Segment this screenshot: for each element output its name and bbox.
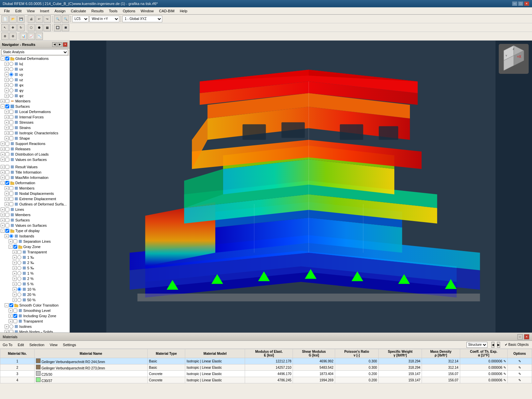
tb3-5[interactable]: 📉 xyxy=(36,33,43,40)
menu-item-tools[interactable]: Tools xyxy=(106,8,120,14)
tree-expand-btn[interactable]: + xyxy=(9,309,13,313)
menu-item-results[interactable]: Results xyxy=(89,8,106,14)
tree-checkbox[interactable] xyxy=(5,147,9,151)
bottom-minimize-btn[interactable]: ─ xyxy=(517,334,523,339)
undo-btn[interactable]: ↩ xyxy=(36,15,43,23)
tree-item[interactable]: +Smoothing Level xyxy=(0,308,69,313)
tree-item[interactable]: +Isolines xyxy=(0,324,69,329)
tree-expand-btn[interactable]: − xyxy=(1,229,5,233)
tree-item[interactable]: +Releases xyxy=(0,146,69,152)
tree-checkbox[interactable] xyxy=(5,181,9,185)
redo-btn[interactable]: ↪ xyxy=(44,15,51,23)
tree-expand-btn[interactable]: + xyxy=(1,147,5,151)
bottom-goto-btn[interactable]: Go To xyxy=(1,342,14,347)
tree-checkbox[interactable] xyxy=(13,314,17,318)
tree-item[interactable]: +Result Values xyxy=(0,164,69,170)
tree-expand-btn[interactable]: + xyxy=(13,250,17,254)
view-btn-2[interactable]: ⬢ xyxy=(36,24,43,31)
tree-expand-btn[interactable]: + xyxy=(5,83,9,87)
tree-radio[interactable] xyxy=(17,287,21,291)
nav-analysis-select[interactable]: Static Analysis xyxy=(1,49,68,55)
tree-item[interactable]: +Surfaces xyxy=(0,217,69,223)
tree-expand-btn[interactable]: + xyxy=(13,261,17,265)
tree-radio[interactable] xyxy=(9,325,13,329)
viewport-3d[interactable]: +X Y Z xyxy=(70,41,532,332)
menu-item-view[interactable]: View xyxy=(24,8,38,14)
tree-expand-btn[interactable]: + xyxy=(5,136,9,140)
tree-radio[interactable] xyxy=(17,293,21,297)
tree-checkbox[interactable] xyxy=(5,99,9,103)
rotate-btn[interactable]: ↻ xyxy=(17,24,25,31)
tree-item[interactable]: −Type of display xyxy=(0,228,69,233)
menu-item-options[interactable]: Options xyxy=(120,8,138,14)
tree-item[interactable]: +Support Reactions xyxy=(0,141,69,146)
tree-item[interactable]: +uy xyxy=(0,72,69,77)
structure-combo[interactable]: Structure xyxy=(466,342,487,348)
tree-item[interactable]: +Strains xyxy=(0,125,69,130)
tree-checkbox[interactable] xyxy=(5,57,9,61)
tree-expand-btn[interactable]: + xyxy=(1,99,5,103)
tree-item[interactable]: +Mesh Nodes - Solids xyxy=(0,329,69,332)
tree-item[interactable]: +uz xyxy=(0,77,69,82)
tree-radio[interactable] xyxy=(9,94,13,98)
tree-expand-btn[interactable]: + xyxy=(5,115,9,119)
tree-expand-btn[interactable]: + xyxy=(5,202,9,206)
tree-expand-btn[interactable]: + xyxy=(13,293,17,297)
tree-expand-btn[interactable]: + xyxy=(5,120,9,124)
navigation-cube[interactable]: +X Y Z xyxy=(499,44,529,74)
tree-item[interactable]: +5 % xyxy=(0,281,69,287)
bottom-settings-btn[interactable]: Settings xyxy=(62,342,77,347)
tree-checkbox[interactable] xyxy=(9,120,13,124)
close-btn[interactable]: ✕ xyxy=(524,1,529,6)
maximize-btn[interactable]: □ xyxy=(518,1,523,6)
tree-checkbox[interactable] xyxy=(9,330,13,332)
tree-item[interactable]: +2 ‰ xyxy=(0,260,69,265)
tree-checkbox[interactable] xyxy=(5,176,9,180)
tree-radio[interactable] xyxy=(9,72,13,76)
tree-item[interactable]: −Smooth Color Transition xyxy=(0,303,69,308)
tree-radio[interactable] xyxy=(9,78,13,82)
open-btn[interactable]: 📂 xyxy=(9,15,17,23)
tree-expand-btn[interactable]: + xyxy=(9,239,13,243)
tree-expand-btn[interactable]: − xyxy=(1,104,5,108)
tree-radio[interactable] xyxy=(17,255,21,259)
tree-expand-btn[interactable]: + xyxy=(5,62,9,66)
tree-item[interactable]: +lu| xyxy=(0,61,69,66)
menu-item-edit[interactable]: Edit xyxy=(13,8,24,14)
tb3-2[interactable]: ⚙ xyxy=(9,33,17,40)
tree-expand-btn[interactable]: + xyxy=(9,319,13,323)
tree-checkbox[interactable] xyxy=(5,158,9,162)
tree-expand-btn[interactable]: + xyxy=(1,176,5,180)
new-btn[interactable]: 📄 xyxy=(1,15,9,23)
bottom-view-btn[interactable]: View xyxy=(48,342,59,347)
menu-item-window[interactable]: Window xyxy=(138,8,156,14)
tree-expand-btn[interactable]: + xyxy=(5,72,9,76)
tree-expand-btn[interactable]: + xyxy=(5,131,9,135)
tree-expand-btn[interactable]: + xyxy=(5,325,9,329)
tree-checkbox[interactable] xyxy=(5,218,9,222)
tree-expand-btn[interactable]: − xyxy=(5,303,9,307)
tree-item[interactable]: +20 % xyxy=(0,292,69,297)
tree-expand-btn[interactable]: + xyxy=(5,192,9,196)
bottom-close-btn[interactable]: ✕ xyxy=(524,334,529,339)
tree-item[interactable]: +Extreme Displacement xyxy=(0,196,69,201)
tree-item[interactable]: +φz xyxy=(0,93,69,98)
table-row[interactable]: 2 Geilinger Verbundquerschnitt RO 273,0m… xyxy=(0,364,532,371)
zoom-out-btn[interactable]: 🔍 xyxy=(62,15,69,23)
tree-expand-btn[interactable]: + xyxy=(5,330,9,332)
tree-expand-btn[interactable]: + xyxy=(1,170,5,174)
tree-checkbox[interactable] xyxy=(9,186,13,190)
tree-expand-btn[interactable]: + xyxy=(13,287,17,291)
tree-item[interactable]: +10 % xyxy=(0,287,69,292)
tree-expand-btn[interactable]: + xyxy=(1,223,5,227)
coord-combo[interactable]: 1 - Global XYZ xyxy=(122,16,162,22)
tree-expand-btn[interactable]: + xyxy=(5,88,9,92)
view-btn-3[interactable]: ▦ xyxy=(44,24,51,31)
tree-expand-btn[interactable]: + xyxy=(1,142,5,146)
tree-item[interactable]: +Transparent xyxy=(0,319,69,324)
tree-item[interactable]: +Title Information xyxy=(0,170,69,175)
tree-checkbox[interactable] xyxy=(5,170,9,174)
tree-item[interactable]: +Members xyxy=(0,186,69,191)
tree-checkbox[interactable] xyxy=(13,309,17,313)
tree-item[interactable]: +Members xyxy=(0,98,69,104)
